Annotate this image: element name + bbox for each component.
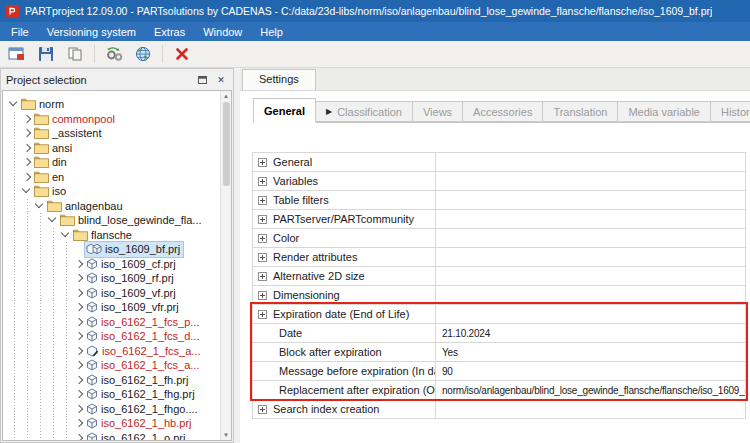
tree-item-assistent[interactable]: _assistent [3,126,220,141]
tree-item-iso-6162-1-fhg-prj[interactable]: iso_6162_1_fhg.prj [3,387,220,402]
prop-row-render-attributes[interactable]: Render attributes [253,248,745,267]
scroll-up-icon[interactable]: ▲ [223,91,229,101]
tree-item-iso-1609-bf-prj[interactable]: iso_1609_bf.prj [3,242,220,257]
menu-extras[interactable]: Extras [145,24,194,40]
chevron-right-icon[interactable] [21,171,33,183]
expand-plus-icon[interactable] [258,215,267,224]
chevron-down-icon[interactable] [21,185,33,197]
expand-plus-icon[interactable] [258,196,267,205]
tab-accessories[interactable]: Accessories [463,101,543,122]
float-panel-icon[interactable] [195,73,209,87]
prop-row-block-after-expiration[interactable]: Block after expirationYes [253,343,745,362]
tree-item-iso[interactable]: iso [3,184,220,199]
chevron-right-icon[interactable] [73,432,85,440]
tree-item-flansche[interactable]: flansche [3,228,220,243]
prop-row-alternative-2d-size[interactable]: Alternative 2D size [253,267,745,286]
tree-item-iso-1609-vf-prj[interactable]: iso_1609_vf.prj [3,286,220,301]
chevron-right-icon[interactable] [21,127,33,139]
prop-row-table-filters[interactable]: Table filters [253,191,745,210]
prop-row-replacement-after-expiration-optional[interactable]: Replacement after expiration (Optional)n… [253,381,745,400]
expand-plus-icon[interactable] [258,158,267,167]
tab-media-variable[interactable]: Media variable [618,101,711,122]
prop-row-variables[interactable]: Variables [253,172,745,191]
chevron-right-icon[interactable] [73,301,85,313]
chevron-down-icon[interactable] [60,229,72,241]
new-window-icon[interactable] [5,43,29,66]
chevron-right-icon[interactable] [73,403,85,415]
tab-translation[interactable]: Translation [543,101,618,122]
chevron-right-icon[interactable] [73,330,85,342]
chevron-right-icon[interactable] [73,272,85,284]
tree-item-iso-1609-vfr-prj[interactable]: iso_1609_vfr.prj [3,300,220,315]
expand-plus-icon[interactable] [258,272,267,281]
prop-value-cell[interactable]: Yes [436,343,745,361]
menu-file[interactable]: File [2,24,38,40]
tree-item-commonpool[interactable]: commonpool [3,112,220,127]
tree-item-blind-lose-gewinde-fla[interactable]: blind_lose_gewinde_fla... [3,213,220,228]
prop-row-message-before-expiration-in-days[interactable]: Message before expiration (In days)90 [253,362,745,381]
tab-views[interactable]: Views [413,101,463,122]
menu-versioning-system[interactable]: Versioning system [38,24,145,40]
expand-plus-icon[interactable] [258,291,267,300]
chevron-right-icon[interactable] [21,156,33,168]
settings-panel-tab[interactable]: Settings [242,69,316,90]
tree-item-iso-6162-1-fhgo[interactable]: iso_6162_1_fhgo.... [3,402,220,417]
menu-window[interactable]: Window [194,24,251,40]
tree-item-iso-6162-1-fcs-a[interactable]: iso_6162_1_fcs_a... [3,344,220,359]
chevron-right-icon[interactable] [73,345,85,357]
chevron-down-icon[interactable] [34,200,46,212]
prop-row-general[interactable]: General [253,153,745,172]
chevron-right-icon[interactable] [73,374,85,386]
tree-item-ansi[interactable]: ansi [3,141,220,156]
sync-gears-icon[interactable] [102,43,126,66]
tree-item-anlagenbau[interactable]: anlagenbau [3,199,220,214]
tree-item-iso-1609-cf-prj[interactable]: iso_1609_cf.prj [3,257,220,272]
expand-plus-icon[interactable] [258,234,267,243]
tree-item-iso-1609-rf-prj[interactable]: iso_1609_rf.prj [3,271,220,286]
scroll-down-icon[interactable]: ▼ [223,430,229,440]
tree-item-norm[interactable]: norm [3,97,220,112]
close-panel-icon[interactable]: ✕ [214,73,228,87]
expand-plus-icon[interactable] [258,177,267,186]
save-icon[interactable] [34,43,58,66]
expand-plus-icon[interactable] [258,405,267,414]
prop-row-dimensioning[interactable]: Dimensioning [253,286,745,305]
tab-history[interactable]: History [711,101,750,122]
chevron-right-icon[interactable] [73,359,85,371]
prop-row-color[interactable]: Color [253,229,745,248]
prop-value-cell[interactable]: norm/iso/anlagenbau/blind_lose_gewinde_f… [436,381,745,399]
menu-help[interactable]: Help [251,24,292,40]
copy-checkout-icon[interactable] [63,43,87,66]
prop-row-expiration-date-end-of-life[interactable]: Expiration date (End of Life) [253,305,745,324]
chevron-right-icon[interactable] [73,417,85,429]
chevron-right-icon[interactable] [73,287,85,299]
tree-scrollbar[interactable]: ▲ ▼ [220,91,231,440]
chevron-right-icon[interactable] [73,316,85,328]
globe-icon[interactable] [131,43,155,66]
prop-row-date[interactable]: Date21.10.2024 [253,324,745,343]
tree-item-iso-6162-1-hb-prj[interactable]: iso_6162_1_hb.prj [3,416,220,431]
chevron-right-icon[interactable] [21,113,33,125]
tab-classification[interactable]: ▶Classification [316,101,413,122]
chevron-right-icon[interactable] [73,388,85,400]
tree-item-iso-6162-1-fh-prj[interactable]: iso_6162_1_fh.prj [3,373,220,388]
tree-item-iso-6162-1-fcs-a[interactable]: iso_6162_1_fcs_a... [3,358,220,373]
tab-general[interactable]: General [253,98,316,123]
tree-item-iso-6162-1-fcs-p[interactable]: iso_6162_1_fcs_p... [3,315,220,330]
tree-item-en[interactable]: en [3,170,220,185]
chevron-down-icon[interactable] [47,214,59,226]
tree-item-din[interactable]: din [3,155,220,170]
expand-plus-icon[interactable] [258,253,267,262]
prop-value-cell[interactable]: 90 [436,362,745,380]
delete-red-x-icon[interactable] [170,43,194,66]
chevron-right-icon[interactable] [21,142,33,154]
prop-value-cell[interactable]: 21.10.2024 [436,324,745,342]
scrollbar-thumb[interactable] [223,102,230,186]
chevron-down-icon[interactable] [8,98,20,110]
prop-row-search-index-creation[interactable]: Search index creation [253,400,745,419]
tree-item-iso-6162-1-fcs-d[interactable]: iso_6162_1_fcs_d... [3,329,220,344]
chevron-right-icon[interactable] [73,258,85,270]
tree-item-iso-6162-1-o-prj[interactable]: iso_6162_1_o.prj [3,431,220,441]
prop-row-partserver-partcommunity[interactable]: PARTserver/PARTcommunity [253,210,745,229]
expand-plus-icon[interactable] [258,310,267,319]
